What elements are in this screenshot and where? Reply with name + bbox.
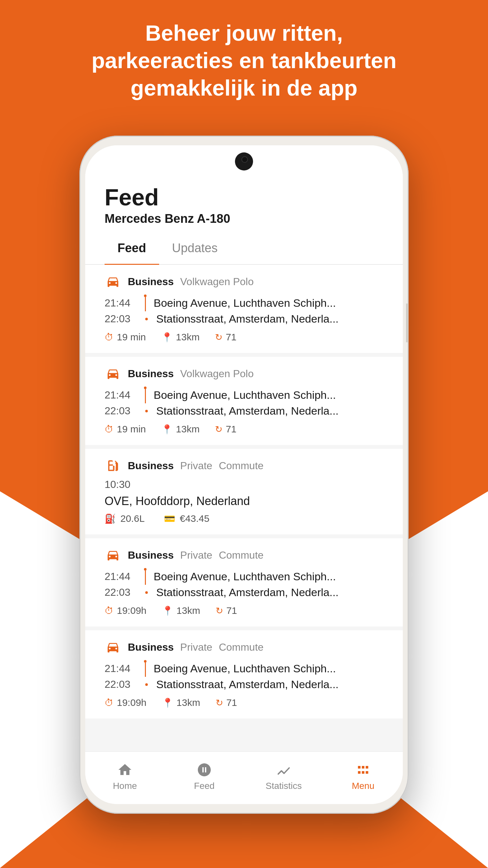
score-value-2: 71 bbox=[226, 424, 236, 435]
from-time-4: 21:44 bbox=[104, 570, 137, 583]
wallet-icon: 💳 bbox=[164, 514, 175, 524]
tag-business-4: Business bbox=[128, 549, 174, 561]
tag-vehicle-1: Volkwagen Polo bbox=[180, 276, 254, 288]
clock-icon-4: ⏱ bbox=[104, 606, 113, 616]
feed-item-header-4: Business Private Commute bbox=[104, 549, 383, 562]
distance-value-2: 13km bbox=[176, 424, 199, 435]
fuel-cost: 💳 €43.45 bbox=[164, 513, 209, 524]
fuel-time: 10:30 bbox=[104, 478, 383, 491]
fuel-icon bbox=[104, 459, 121, 472]
stats-row-1: ⏱ 19 min 📍 13km ↻ 71 bbox=[104, 332, 383, 343]
score-icon-1: ↻ bbox=[215, 332, 222, 343]
route-block-5: 21:44 Boeing Avenue, Luchthaven Schiph..… bbox=[104, 660, 383, 691]
route-from-4: 21:44 Boeing Avenue, Luchthaven Schiph..… bbox=[104, 568, 383, 585]
duration-stat-5: ⏱ 19:09h bbox=[104, 697, 147, 708]
route-from-5: 21:44 Boeing Avenue, Luchthaven Schiph..… bbox=[104, 660, 383, 677]
nav-statistics-label: Statistics bbox=[266, 781, 302, 791]
menu-icon bbox=[355, 762, 371, 778]
feed-item-fuel[interactable]: Business Private Commute 10:30 OVE, Hoof… bbox=[85, 449, 403, 534]
score-icon-2: ↻ bbox=[215, 424, 222, 435]
distance-stat-4: 📍 13km bbox=[162, 605, 200, 616]
to-time-4: 22:03 bbox=[104, 586, 137, 598]
fuel-stats: ⛽ 20.6L 💳 €43.45 bbox=[104, 513, 383, 524]
nav-home[interactable]: Home bbox=[85, 758, 165, 795]
tag-commute-4: Commute bbox=[219, 549, 264, 561]
tag-private-5: Private bbox=[180, 641, 213, 653]
duration-value-2: 19 min bbox=[117, 424, 146, 435]
distance-stat-1: 📍 13km bbox=[161, 332, 199, 343]
app-subtitle: Mercedes Benz A-180 bbox=[104, 212, 383, 226]
tag-vehicle-2: Volkwagen Polo bbox=[180, 368, 254, 380]
fuel-liters: ⛽ 20.6L bbox=[104, 513, 144, 524]
nav-feed[interactable]: Feed bbox=[165, 758, 244, 795]
from-address-5: Boeing Avenue, Luchthaven Schiph... bbox=[154, 662, 383, 675]
nav-menu[interactable]: Menu bbox=[323, 758, 403, 795]
tag-private-4: Private bbox=[180, 549, 213, 561]
feed-item-trip-1[interactable]: Business Volkwagen Polo 21:44 Boeing Ave… bbox=[85, 265, 403, 353]
to-address-5: Stationsstraat, Amsterdam, Nederla... bbox=[156, 678, 383, 691]
score-stat-4: ↻ 71 bbox=[216, 605, 237, 616]
score-value-5: 71 bbox=[226, 697, 237, 708]
score-value-1: 71 bbox=[226, 332, 236, 343]
from-address-1: Boeing Avenue, Luchthaven Schiph... bbox=[154, 297, 383, 309]
duration-value-5: 19:09h bbox=[117, 697, 147, 708]
nav-home-label: Home bbox=[113, 781, 137, 791]
phone-frame: Feed Mercedes Benz A-180 Feed Updates bbox=[79, 135, 409, 814]
car-icon-2 bbox=[104, 367, 121, 380]
distance-value-5: 13km bbox=[176, 697, 200, 708]
from-address-4: Boeing Avenue, Luchthaven Schiph... bbox=[154, 570, 383, 583]
to-time-1: 22:03 bbox=[104, 313, 137, 325]
fuel-tag-private: Private bbox=[180, 460, 213, 472]
car-icon-5 bbox=[104, 641, 121, 654]
fuel-tag-commute: Commute bbox=[219, 460, 264, 472]
pin-icon-2: 📍 bbox=[161, 424, 173, 435]
route-block-2: 21:44 Boeing Avenue, Luchthaven Schiph..… bbox=[104, 386, 383, 417]
feed-item-header-1: Business Volkwagen Polo bbox=[104, 275, 383, 288]
car-icon-4 bbox=[104, 549, 121, 562]
tag-business-5: Business bbox=[128, 641, 174, 653]
score-stat-1: ↻ 71 bbox=[215, 332, 236, 343]
distance-value-4: 13km bbox=[176, 605, 200, 616]
phone-screen: Feed Mercedes Benz A-180 Feed Updates bbox=[85, 145, 403, 804]
route-to-2: 22:03 Stationsstraat, Amsterdam, Nederla… bbox=[104, 405, 383, 417]
clock-icon-5: ⏱ bbox=[104, 698, 113, 708]
feed-item-trip-5[interactable]: Business Private Commute 21:44 Boeing Av… bbox=[85, 630, 403, 718]
statistics-icon bbox=[275, 762, 292, 778]
pin-icon-1: 📍 bbox=[161, 332, 173, 343]
route-block-4: 21:44 Boeing Avenue, Luchthaven Schiph..… bbox=[104, 568, 383, 599]
to-address-4: Stationsstraat, Amsterdam, Nederla... bbox=[156, 586, 383, 599]
route-from-1: 21:44 Boeing Avenue, Luchthaven Schiph..… bbox=[104, 294, 383, 311]
tab-feed[interactable]: Feed bbox=[104, 232, 159, 264]
score-icon-4: ↻ bbox=[216, 606, 223, 616]
from-time-5: 21:44 bbox=[104, 662, 137, 675]
distance-stat-2: 📍 13km bbox=[161, 424, 199, 435]
feed-item-trip-2[interactable]: Business Volkwagen Polo 21:44 Boeing Ave… bbox=[85, 357, 403, 445]
fuel-pump-icon: ⛽ bbox=[104, 514, 116, 524]
car-icon-1 bbox=[104, 275, 121, 288]
to-time-5: 22:03 bbox=[104, 678, 137, 690]
clock-icon-2: ⏱ bbox=[104, 424, 113, 435]
fuel-tag-business: Business bbox=[128, 460, 174, 472]
to-address-1: Stationsstraat, Amsterdam, Nederla... bbox=[156, 313, 383, 325]
nav-statistics[interactable]: Statistics bbox=[244, 758, 323, 795]
clock-icon-1: ⏱ bbox=[104, 332, 113, 343]
screen-content: Feed Mercedes Benz A-180 Feed Updates bbox=[85, 145, 403, 804]
header-text: Beheer jouw ritten,parkeeracties en tank… bbox=[0, 20, 488, 102]
score-stat-5: ↻ 71 bbox=[216, 697, 237, 708]
feed-item-trip-4[interactable]: Business Private Commute 21:44 Boeing Av… bbox=[85, 538, 403, 626]
tab-updates[interactable]: Updates bbox=[159, 232, 231, 264]
tag-commute-5: Commute bbox=[219, 641, 264, 653]
score-stat-2: ↻ 71 bbox=[215, 424, 236, 435]
score-value-4: 71 bbox=[226, 605, 237, 616]
duration-value-1: 19 min bbox=[117, 332, 146, 343]
route-from-2: 21:44 Boeing Avenue, Luchthaven Schiph..… bbox=[104, 386, 383, 403]
volume-button bbox=[406, 304, 409, 342]
stats-row-2: ⏱ 19 min 📍 13km ↻ 71 bbox=[104, 424, 383, 435]
pin-icon-5: 📍 bbox=[162, 698, 173, 708]
from-time-2: 21:44 bbox=[104, 389, 137, 401]
duration-value-4: 19:09h bbox=[117, 605, 147, 616]
feed-icon bbox=[196, 762, 213, 778]
to-address-2: Stationsstraat, Amsterdam, Nederla... bbox=[156, 405, 383, 417]
duration-stat-4: ⏱ 19:09h bbox=[104, 605, 147, 616]
nav-menu-label: Menu bbox=[352, 781, 375, 791]
